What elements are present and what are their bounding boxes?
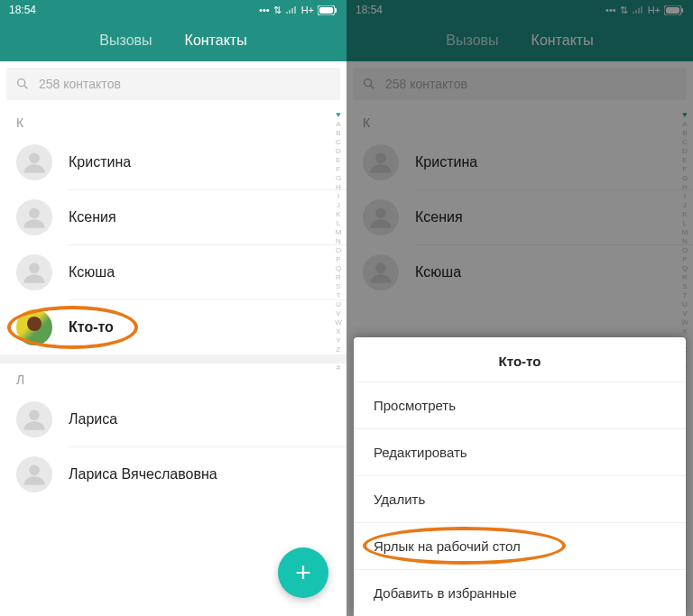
contact-row[interactable]: Ксюша [0, 245, 346, 299]
contact-name: Кто-то [69, 319, 114, 336]
contact-name: Лариса Вячеславовна [69, 466, 217, 483]
svg-point-6 [29, 208, 40, 219]
alpha-index[interactable]: ♥ ABCDEFGHIJKLMNOPQRSTUVWXYZ.# [332, 110, 345, 372]
svg-rect-1 [319, 7, 333, 14]
contact-row[interactable]: Ксения [0, 190, 346, 244]
battery-icon [318, 5, 337, 15]
contact-name: Ксюша [69, 264, 115, 280]
svg-point-5 [29, 153, 40, 164]
contacts-list[interactable]: К Кристина Ксения Ксюша Кто-то [0, 106, 346, 616]
screen-left: 18:54 ••• ⇅ H+ Вызовы Контакты 258 конта… [0, 0, 346, 616]
svg-line-4 [24, 86, 27, 88]
search-icon [15, 77, 30, 91]
svg-point-9 [29, 465, 40, 476]
search-input[interactable]: 258 контактов [6, 68, 340, 100]
section-header-k: К [0, 106, 346, 135]
avatar [16, 199, 52, 235]
favorites-icon[interactable]: ♥ [332, 110, 345, 120]
avatar [16, 144, 52, 180]
section-header-l: Л [0, 363, 346, 392]
top-tabs: Вызовы Контакты [0, 20, 346, 61]
search-placeholder: 258 контактов [39, 77, 121, 91]
status-time: 18:54 [9, 4, 259, 16]
status-icons: ••• ⇅ H+ [259, 5, 337, 16]
menu-item-edit[interactable]: Редактировать [354, 429, 686, 475]
menu-item-favorite[interactable]: Добавить в избранные [354, 570, 686, 616]
context-menu: Кто-то Просмотреть Редактировать Удалить… [354, 337, 686, 616]
contact-row[interactable]: Лариса Вячеславовна [0, 447, 346, 501]
tab-calls[interactable]: Вызовы [83, 32, 168, 49]
contact-name: Кристина [69, 154, 131, 170]
avatar [16, 401, 52, 437]
add-contact-button[interactable]: + [278, 547, 328, 598]
screen-right: 18:54 ••• ⇅ H+ Вызовы Контакты 258 конта… [346, 0, 693, 616]
menu-item-delete[interactable]: Удалить [354, 476, 686, 522]
avatar [16, 456, 52, 492]
svg-point-8 [29, 410, 40, 421]
menu-item-view[interactable]: Просмотреть [354, 382, 686, 428]
contact-row-highlighted[interactable]: Кто-то [0, 300, 346, 354]
contact-name: Лариса [69, 411, 117, 428]
contact-row[interactable]: Кристина [0, 135, 346, 189]
contact-row[interactable]: Лариса [0, 392, 346, 446]
avatar [16, 254, 52, 290]
tab-contacts[interactable]: Контакты [169, 32, 263, 49]
svg-rect-2 [335, 8, 337, 13]
avatar [16, 309, 52, 345]
context-menu-title: Кто-то [354, 337, 686, 382]
menu-item-shortcut[interactable]: Ярлык на рабочий стол [354, 523, 686, 569]
status-bar: 18:54 ••• ⇅ H+ [0, 0, 346, 20]
contact-name: Ксения [69, 209, 116, 225]
svg-point-3 [18, 79, 25, 87]
svg-point-7 [29, 263, 40, 274]
